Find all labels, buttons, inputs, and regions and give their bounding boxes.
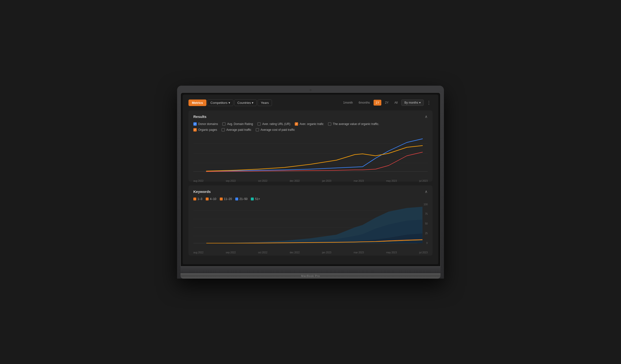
cb-aver-organic-box: ✓ xyxy=(295,122,298,126)
cb-organic-pages[interactable]: ✓ Organic pages xyxy=(193,128,217,132)
kw-dot-4-10 xyxy=(206,198,209,200)
results-checkboxes-row2: ✓ Organic pages Average paid traffic Ave… xyxy=(193,128,428,132)
results-checkboxes-row1: ✓ Donor domains Avg. Domain Rating Aver.… xyxy=(193,122,428,126)
years-dropdown[interactable]: Years xyxy=(258,100,272,106)
kw-x-axis: aug 2022 sep 2022 oct 2022 dec 2022 jan … xyxy=(193,250,428,254)
cb-avg-cost-box xyxy=(256,128,259,132)
kw-badge-1-3: 1–3 xyxy=(193,197,202,201)
kw-badge-21-50: 21–50 xyxy=(235,197,247,201)
kw-dot-11-20 xyxy=(220,198,223,200)
laptop-chin: MacBook Pro xyxy=(180,273,441,278)
cb-aver-organic-traffic[interactable]: ✓ Aver. organic trafic xyxy=(295,122,324,126)
toolbar-right: 1month 6months 1Y 2Y All By months ▾ ⋮ xyxy=(341,100,432,106)
cb-donor-domains-box: ✓ xyxy=(193,122,197,126)
time-all[interactable]: All xyxy=(392,100,400,105)
keywords-title: Keywords xyxy=(193,190,211,194)
time-1month[interactable]: 1month xyxy=(341,100,355,105)
countries-dropdown[interactable]: Countries ▾ xyxy=(234,100,257,106)
by-months-button[interactable]: By months ▾ xyxy=(401,100,424,106)
keywords-collapse-button[interactable]: ∧ xyxy=(425,189,428,194)
laptop-bottom xyxy=(180,266,441,273)
cb-avg-paid-traffic[interactable]: Average paid traffic xyxy=(222,128,251,132)
keywords-chart-svg xyxy=(193,203,428,249)
results-title: Results xyxy=(193,115,207,119)
laptop-label: MacBook Pro xyxy=(301,275,320,277)
screen-bezel: Metrics Competitors ▾ Countries ▾ Years xyxy=(180,92,441,266)
kw-badge-11-20: 11–20 xyxy=(220,197,232,201)
results-collapse-button[interactable]: ∧ xyxy=(425,114,428,119)
competitors-dropdown[interactable]: Competitors ▾ xyxy=(207,100,233,106)
keywords-chart: 100 75 50 25 0 aug 2022 sep 2022 oct 202… xyxy=(193,203,428,252)
time-2y[interactable]: 2Y xyxy=(383,100,391,105)
cb-aver-rating-box xyxy=(257,122,261,126)
kw-dot-21-50 xyxy=(235,198,238,200)
keywords-badges: 1–3 4–10 11–20 21–50 xyxy=(193,197,428,201)
cb-avg-domain-box xyxy=(222,122,225,126)
results-chart: aug 2022 sep 2022 oct 2022 dec 2022 jan … xyxy=(193,134,428,178)
cb-donor-domains[interactable]: ✓ Donor domains xyxy=(193,122,218,126)
keywords-section: Keywords ∧ 1–3 4–10 xyxy=(189,185,432,256)
time-6months[interactable]: 6months xyxy=(357,100,372,105)
orange-line xyxy=(207,146,423,171)
app-container: Metrics Competitors ▾ Countries ▾ Years xyxy=(183,95,438,264)
camera xyxy=(310,89,311,91)
time-1y[interactable]: 1Y xyxy=(374,100,381,105)
results-section: Results ∧ ✓ Donor domains Avg. Domain Ra… xyxy=(189,110,432,182)
results-x-axis: aug 2022 sep 2022 oct 2022 dec 2022 jan … xyxy=(193,179,428,182)
keywords-header: Keywords ∧ xyxy=(193,189,428,194)
cb-avg-domain-rating[interactable]: Avg. Domain Rating xyxy=(222,122,253,126)
results-header: Results ∧ xyxy=(193,114,428,119)
metrics-button[interactable]: Metrics xyxy=(189,100,207,106)
kw-y-axis: 100 75 50 25 0 xyxy=(424,203,428,244)
more-options-button[interactable]: ⋮ xyxy=(425,100,432,106)
kw-badge-4-10: 4–10 xyxy=(206,197,216,201)
cb-organic-pages-box: ✓ xyxy=(193,128,197,132)
cb-avg-cost-paid-traffic[interactable]: Average cost of paid traffic xyxy=(256,128,295,132)
cb-avg-paid-box xyxy=(222,128,225,132)
results-chart-svg xyxy=(193,134,428,178)
toolbar: Metrics Competitors ▾ Countries ▾ Years xyxy=(189,100,432,106)
cb-avg-value-organic[interactable]: The average value of organic traffic. xyxy=(328,122,379,126)
toolbar-left: Metrics Competitors ▾ Countries ▾ Years xyxy=(189,100,272,106)
cb-aver-rating-url[interactable]: Aver. rating URL (UR) xyxy=(257,122,290,126)
screen: Metrics Competitors ▾ Countries ▾ Years xyxy=(183,95,438,264)
kw-badge-51plus: 51+ xyxy=(251,197,260,201)
cb-avg-value-box xyxy=(328,122,331,126)
kw-dot-1-3 xyxy=(193,198,196,200)
kw-dot-51plus xyxy=(251,198,254,200)
